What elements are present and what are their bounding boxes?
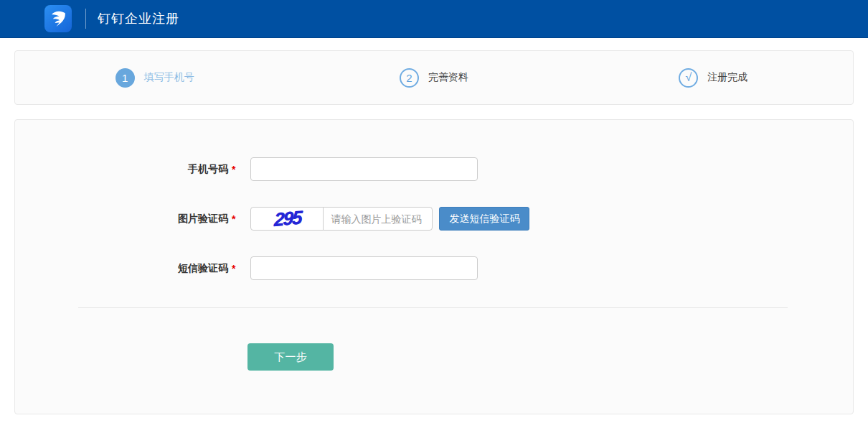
captcha-input[interactable] [323, 207, 433, 231]
step-registration-done: √ 注册完成 [574, 68, 853, 88]
steps-bar: 1 填写手机号 2 完善资料 √ 注册完成 [14, 50, 854, 105]
header-divider [85, 9, 86, 29]
step-1-label: 填写手机号 [144, 71, 194, 84]
captcha-required-mark: * [232, 213, 235, 225]
phone-required-mark: * [232, 164, 235, 175]
app-header: 钉钉企业注册 [0, 0, 868, 38]
sms-code-row: 短信验证码 * [15, 256, 853, 280]
page-title: 钉钉企业注册 [98, 10, 179, 27]
image-captcha-row: 图片验证码 * 295 发送短信验证码 [15, 207, 853, 231]
registration-form: 手机号码 * 图片验证码 * 295 发送短信验证码 短信验证码 * 下一步 [14, 119, 854, 414]
check-icon: √ [685, 72, 692, 83]
captcha-image[interactable]: 295 [250, 207, 324, 231]
form-divider [78, 307, 788, 308]
step-3-circle: √ [679, 68, 698, 88]
step-2-label: 完善资料 [428, 71, 468, 84]
dingtalk-logo [44, 5, 72, 32]
step-1-circle: 1 [115, 68, 135, 88]
step-2-circle: 2 [400, 68, 419, 88]
step-complete-info: 2 完善资料 [294, 68, 573, 88]
send-sms-code-button[interactable]: 发送短信验证码 [439, 207, 529, 231]
captcha-image-text: 295 [273, 207, 301, 231]
next-step-button[interactable]: 下一步 [247, 343, 334, 371]
phone-number-input[interactable] [250, 157, 478, 181]
sms-required-mark: * [232, 263, 235, 274]
sms-code-label: 短信验证码 [15, 262, 228, 275]
step-fill-phone: 1 填写手机号 [15, 68, 294, 88]
sms-code-input[interactable] [250, 256, 478, 280]
phone-number-row: 手机号码 * [15, 157, 853, 181]
dingtalk-wing-icon [49, 9, 67, 28]
image-captcha-label: 图片验证码 [15, 213, 228, 226]
phone-number-label: 手机号码 [15, 163, 228, 176]
step-3-label: 注册完成 [707, 71, 747, 84]
